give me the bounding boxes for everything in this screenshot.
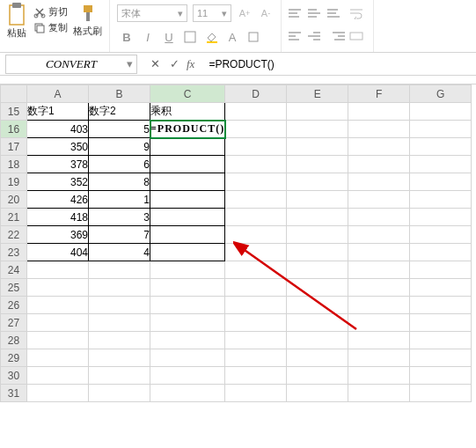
- cell-A22[interactable]: 369: [27, 226, 89, 244]
- cell-D28[interactable]: [225, 332, 287, 349]
- cell-C26[interactable]: [150, 297, 225, 314]
- cell-A29[interactable]: [27, 349, 89, 367]
- cell-C24[interactable]: [150, 261, 225, 279]
- cell-C29[interactable]: [150, 349, 225, 367]
- cell-A18[interactable]: 378: [27, 156, 89, 173]
- cell-A25[interactable]: [27, 279, 89, 297]
- cell-C18[interactable]: [150, 156, 225, 173]
- cell-G29[interactable]: [410, 349, 472, 367]
- font-color-button[interactable]: A: [223, 27, 242, 47]
- cell-F19[interactable]: [348, 173, 410, 191]
- highlight-button[interactable]: [244, 27, 263, 47]
- cell-G26[interactable]: [410, 297, 472, 314]
- cell-A28[interactable]: [27, 332, 89, 349]
- col-head-E[interactable]: E: [287, 85, 348, 103]
- cell-B29[interactable]: [89, 349, 150, 367]
- cell-E16[interactable]: [287, 121, 348, 138]
- cell-D31[interactable]: [225, 385, 287, 402]
- cell-E21[interactable]: [287, 209, 348, 226]
- cell-C15[interactable]: 乘积: [150, 103, 225, 121]
- cell-E25[interactable]: [287, 279, 348, 297]
- col-head-C[interactable]: C: [150, 85, 225, 103]
- cell-C25[interactable]: [150, 279, 225, 297]
- cell-G23[interactable]: [410, 244, 472, 261]
- select-all-corner[interactable]: [1, 85, 27, 103]
- col-head-G[interactable]: G: [410, 85, 472, 103]
- cell-G31[interactable]: [410, 385, 472, 402]
- cell-E26[interactable]: [287, 297, 348, 314]
- row-head-27[interactable]: 27: [1, 314, 27, 332]
- fill-color-button[interactable]: [201, 27, 221, 47]
- cell-E30[interactable]: [287, 367, 348, 385]
- cell-G19[interactable]: [410, 173, 472, 191]
- cell-B23[interactable]: 4: [89, 244, 150, 261]
- cell-D24[interactable]: [225, 261, 287, 279]
- cell-E28[interactable]: [287, 332, 348, 349]
- row-head-23[interactable]: 23: [1, 244, 27, 261]
- align-top-button[interactable]: [289, 5, 306, 21]
- cell-A26[interactable]: [27, 297, 89, 314]
- align-left-button[interactable]: [289, 28, 306, 44]
- cell-C22[interactable]: [150, 226, 225, 244]
- cell-D15[interactable]: [225, 103, 287, 121]
- row-head-18[interactable]: 18: [1, 156, 27, 173]
- cell-E31[interactable]: [287, 385, 348, 402]
- cell-B20[interactable]: 1: [89, 191, 150, 209]
- cell-G25[interactable]: [410, 279, 472, 297]
- cell-C27[interactable]: [150, 314, 225, 332]
- cell-G16[interactable]: [410, 121, 472, 138]
- cell-E20[interactable]: [287, 191, 348, 209]
- cell-F26[interactable]: [348, 297, 410, 314]
- row-head-30[interactable]: 30: [1, 367, 27, 385]
- cell-C23[interactable]: [150, 244, 225, 261]
- col-head-A[interactable]: A: [27, 85, 89, 103]
- merge-button[interactable]: [347, 26, 366, 46]
- cell-C21[interactable]: [150, 209, 225, 226]
- cell-G17[interactable]: [410, 138, 472, 156]
- accept-formula-button[interactable]: ✓: [167, 57, 181, 71]
- cancel-formula-button[interactable]: ✕: [148, 57, 162, 71]
- cell-A19[interactable]: 352: [27, 173, 89, 191]
- cell-G20[interactable]: [410, 191, 472, 209]
- cell-A15[interactable]: 数字1: [27, 103, 89, 121]
- cell-A16[interactable]: 403: [27, 121, 89, 138]
- cell-C17[interactable]: [150, 138, 225, 156]
- font-size-select[interactable]: 11▾: [193, 4, 231, 22]
- row-head-28[interactable]: 28: [1, 332, 27, 349]
- cut-button[interactable]: 剪切: [33, 5, 68, 18]
- cell-A17[interactable]: 350: [27, 138, 89, 156]
- cell-D16[interactable]: [225, 121, 287, 138]
- cell-G18[interactable]: [410, 156, 472, 173]
- cell-G24[interactable]: [410, 261, 472, 279]
- cell-B17[interactable]: 9: [89, 138, 150, 156]
- row-head-21[interactable]: 21: [1, 209, 27, 226]
- cell-F20[interactable]: [348, 191, 410, 209]
- cell-D23[interactable]: [225, 244, 287, 261]
- cell-E27[interactable]: [287, 314, 348, 332]
- row-head-22[interactable]: 22: [1, 226, 27, 244]
- cell-G28[interactable]: [410, 332, 472, 349]
- cell-D17[interactable]: [225, 138, 287, 156]
- cell-B25[interactable]: [89, 279, 150, 297]
- cell-G21[interactable]: [410, 209, 472, 226]
- name-box[interactable]: CONVERT ▾: [5, 55, 137, 74]
- cell-D27[interactable]: [225, 314, 287, 332]
- cell-B30[interactable]: [89, 367, 150, 385]
- cell-D22[interactable]: [225, 226, 287, 244]
- cell-C19[interactable]: [150, 173, 225, 191]
- paste-button[interactable]: 粘贴: [7, 2, 26, 40]
- cell-A21[interactable]: 418: [27, 209, 89, 226]
- cell-C28[interactable]: [150, 332, 225, 349]
- cell-C31[interactable]: [150, 385, 225, 402]
- cell-F15[interactable]: [348, 103, 410, 121]
- cell-D30[interactable]: [225, 367, 287, 385]
- row-head-26[interactable]: 26: [1, 297, 27, 314]
- cell-D21[interactable]: [225, 209, 287, 226]
- cell-F23[interactable]: [348, 244, 410, 261]
- cell-A31[interactable]: [27, 385, 89, 402]
- cell-F17[interactable]: [348, 138, 410, 156]
- cell-F18[interactable]: [348, 156, 410, 173]
- cell-A24[interactable]: [27, 261, 89, 279]
- italic-button[interactable]: I: [138, 27, 157, 47]
- wrap-text-button[interactable]: [347, 4, 366, 23]
